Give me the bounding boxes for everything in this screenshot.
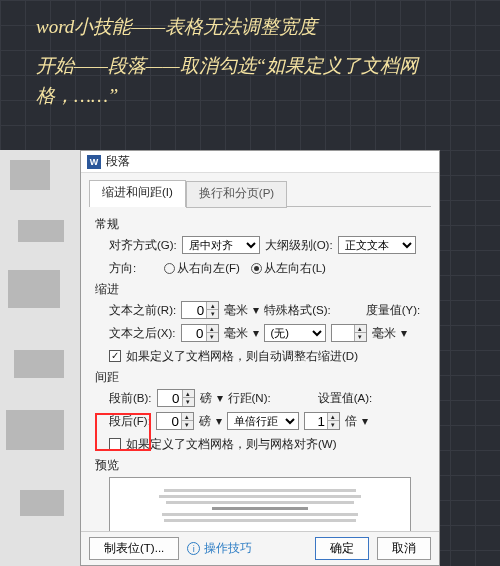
measure-label: 度量值(Y): xyxy=(366,303,421,318)
preview-box xyxy=(109,477,411,539)
space-after-input[interactable] xyxy=(157,413,181,429)
line-spacing-label: 行距(N): xyxy=(228,391,271,406)
indent-before-input[interactable] xyxy=(182,302,206,318)
space-after-label: 段后(F): xyxy=(109,414,151,429)
dialog-button-bar: 制表位(T)... i 操作技巧 确定 取消 xyxy=(81,531,439,565)
at-label: 设置值(A): xyxy=(318,391,373,406)
tab-line-page[interactable]: 换行和分页(P) xyxy=(186,181,287,208)
spin-up-icon[interactable]: ▴ xyxy=(206,302,218,310)
spin-up-icon[interactable]: ▴ xyxy=(327,413,339,421)
auto-indent-label: 如果定义了文档网格，则自动调整右缩进(D) xyxy=(126,349,358,364)
at-spin[interactable]: ▴▾ xyxy=(304,412,340,430)
tab-indent-spacing[interactable]: 缩进和间距(I) xyxy=(89,180,186,207)
ok-button[interactable]: 确定 xyxy=(315,537,369,560)
section-general: 常规 对齐方式(G): 居中对齐 大纲级别(O): 正文文本 方向: 从右向左(… xyxy=(95,217,425,278)
measure-spin[interactable]: ▴▾ xyxy=(331,324,367,342)
grid-align-label: 如果定义了文档网格，则与网格对齐(W) xyxy=(126,437,337,452)
indent-before-spin[interactable]: ▴▾ xyxy=(181,301,219,319)
outline-label: 大纲级别(O): xyxy=(265,238,333,253)
indent-after-input[interactable] xyxy=(182,325,206,341)
note-line-2: 开始——段落——取消勾选“如果定义了文档网格，……” xyxy=(36,51,464,110)
paragraph-dialog: W 段落 缩进和间距(I) 换行和分页(P) 常规 对齐方式(G): 居中对齐 … xyxy=(80,150,440,566)
cancel-button[interactable]: 取消 xyxy=(377,537,431,560)
spin-down-icon[interactable]: ▾ xyxy=(354,333,366,341)
spin-down-icon[interactable]: ▾ xyxy=(181,421,193,429)
align-select[interactable]: 居中对齐 xyxy=(182,236,260,254)
word-icon: W xyxy=(87,155,101,169)
grid-align-checkbox[interactable] xyxy=(109,438,121,450)
annotation-text: word小技能——表格无法调整宽度 开始——段落——取消勾选“如果定义了文档网格… xyxy=(0,0,500,110)
tabstop-button[interactable]: 制表位(T)... xyxy=(89,537,179,560)
section-indent: 缩进 文本之前(R): ▴▾ 毫米▾ 特殊格式(S): 度量值(Y): 文本之后… xyxy=(95,282,425,366)
spin-down-icon[interactable]: ▾ xyxy=(206,333,218,341)
radio-icon xyxy=(164,263,175,274)
dialog-panel: 常规 对齐方式(G): 居中对齐 大纲级别(O): 正文文本 方向: 从右向左(… xyxy=(89,206,431,539)
space-before-input[interactable] xyxy=(158,390,182,406)
indent-before-label: 文本之前(R): xyxy=(109,303,176,318)
indent-title: 缩进 xyxy=(95,282,425,297)
dialog-tabs: 缩进和间距(I) 换行和分页(P) xyxy=(81,173,439,206)
indent-after-label: 文本之后(X): xyxy=(109,326,176,341)
direction-rtl-radio[interactable]: 从右向左(F) xyxy=(164,261,240,276)
outline-select[interactable]: 正文文本 xyxy=(338,236,416,254)
blurred-background xyxy=(0,150,80,566)
spin-up-icon[interactable]: ▴ xyxy=(354,325,366,333)
spin-down-icon[interactable]: ▾ xyxy=(327,421,339,429)
spin-up-icon[interactable]: ▴ xyxy=(206,325,218,333)
indent-after-spin[interactable]: ▴▾ xyxy=(181,324,219,342)
preview-title: 预览 xyxy=(95,458,425,473)
at-input[interactable] xyxy=(305,413,327,429)
direction-ltr-radio[interactable]: 从左向右(L) xyxy=(251,261,326,276)
measure-input[interactable] xyxy=(332,325,354,341)
radio-icon xyxy=(251,263,262,274)
note-line-1: word小技能——表格无法调整宽度 xyxy=(36,12,464,41)
special-format-select[interactable]: (无) xyxy=(264,324,326,342)
direction-label: 方向: xyxy=(109,261,136,276)
section-preview: 预览 xyxy=(95,458,425,539)
spacing-title: 间距 xyxy=(95,370,425,385)
spin-down-icon[interactable]: ▾ xyxy=(182,398,194,406)
spin-up-icon[interactable]: ▴ xyxy=(181,413,193,421)
space-before-label: 段前(B): xyxy=(109,391,152,406)
space-after-spin[interactable]: ▴▾ xyxy=(156,412,194,430)
dialog-title: 段落 xyxy=(106,154,130,169)
spin-up-icon[interactable]: ▴ xyxy=(182,390,194,398)
spin-down-icon[interactable]: ▾ xyxy=(206,310,218,318)
general-title: 常规 xyxy=(95,217,425,232)
align-label: 对齐方式(G): xyxy=(109,238,177,253)
section-spacing: 间距 段前(B): ▴▾ 磅▾ 行距(N): 设置值(A): 段后(F): ▴▾… xyxy=(95,370,425,454)
special-format-label: 特殊格式(S): xyxy=(264,303,331,318)
dialog-titlebar[interactable]: W 段落 xyxy=(81,151,439,173)
info-icon: i xyxy=(187,542,200,555)
line-spacing-select[interactable]: 单倍行距 xyxy=(227,412,299,430)
tips-link[interactable]: i 操作技巧 xyxy=(187,541,252,556)
auto-indent-checkbox[interactable]: ✓ xyxy=(109,350,121,362)
space-before-spin[interactable]: ▴▾ xyxy=(157,389,195,407)
